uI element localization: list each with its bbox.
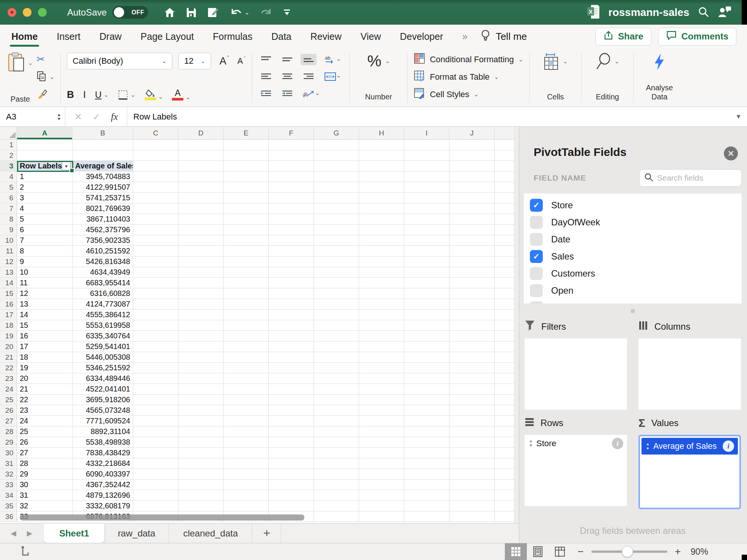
cell-D28[interactable] — [178, 426, 224, 437]
menu-tab[interactable]: Developer — [399, 25, 444, 48]
cell-E18[interactable] — [224, 320, 269, 331]
cell-C1[interactable] — [133, 140, 178, 150]
cell-B35[interactable]: 3332,608179 — [72, 501, 133, 511]
prev-sheet-icon[interactable]: ◀ — [11, 529, 16, 538]
row-header[interactable]: 22 — [0, 363, 17, 373]
cell-A16[interactable]: 13 — [17, 299, 72, 310]
cells-group-button[interactable]: ⌄ Cells — [536, 52, 575, 104]
cell-J22[interactable] — [449, 363, 495, 373]
name-box[interactable]: A3 ▲ ▼ — [0, 107, 65, 126]
cell-I29[interactable] — [404, 437, 449, 448]
cell-H32[interactable] — [359, 469, 404, 480]
cell-H23[interactable] — [359, 373, 404, 384]
cell-F5[interactable] — [269, 182, 314, 193]
cell-F35[interactable] — [269, 501, 314, 511]
field-checkbox[interactable] — [530, 233, 543, 246]
cell-H19[interactable] — [359, 331, 404, 341]
cell-J7[interactable] — [449, 203, 495, 214]
close-window-button[interactable] — [8, 8, 16, 17]
cell-C15[interactable] — [133, 288, 178, 299]
cell-G35[interactable] — [314, 501, 359, 511]
cell-A5[interactable]: 2 — [17, 182, 72, 193]
cell-J36[interactable] — [449, 511, 495, 522]
cell-D20[interactable] — [178, 341, 224, 352]
column-header[interactable]: C — [133, 127, 178, 139]
cell-E5[interactable] — [224, 182, 269, 193]
row-header[interactable]: 19 — [0, 331, 17, 341]
cell-H20[interactable] — [359, 341, 404, 352]
cell-G28[interactable] — [314, 426, 359, 437]
cell-F30[interactable] — [269, 448, 314, 458]
cell-I3[interactable] — [404, 161, 449, 171]
cell-G12[interactable] — [314, 256, 359, 267]
cell-D24[interactable] — [178, 384, 224, 395]
undo-dropdown-icon[interactable]: ⌄ — [244, 9, 249, 16]
cell-H24[interactable] — [359, 384, 404, 395]
row-header[interactable]: 28 — [0, 426, 17, 437]
cell-A31[interactable]: 28 — [17, 458, 72, 469]
cell-H12[interactable] — [359, 256, 404, 267]
row-header[interactable]: 7 — [0, 203, 17, 214]
zoom-out-button[interactable]: − — [578, 546, 584, 558]
tab-overflow-icon[interactable]: » — [462, 31, 467, 42]
cell-J33[interactable] — [449, 480, 495, 490]
cell-C24[interactable] — [133, 384, 178, 395]
cell-J15[interactable] — [449, 288, 495, 299]
cell-D8[interactable] — [178, 214, 224, 225]
field-checkbox[interactable]: ✓ — [530, 199, 543, 212]
cell-H22[interactable] — [359, 363, 404, 373]
cell-B28[interactable]: 8892,31104 — [72, 426, 133, 437]
paste-dropdown-icon[interactable]: ⌄ — [28, 60, 33, 66]
cell-H26[interactable] — [359, 405, 404, 416]
cell-J20[interactable] — [449, 341, 495, 352]
cell-F17[interactable] — [269, 310, 314, 320]
cell-E12[interactable] — [224, 256, 269, 267]
cell-I17[interactable] — [404, 310, 449, 320]
cell-I19[interactable] — [404, 331, 449, 341]
cell-B21[interactable]: 5446,005308 — [72, 352, 133, 363]
cell-C23[interactable] — [133, 373, 178, 384]
cell-C32[interactable] — [133, 469, 178, 480]
cell-I10[interactable] — [404, 235, 449, 246]
cell-E15[interactable] — [224, 288, 269, 299]
cell-G33[interactable] — [314, 480, 359, 490]
cell-I23[interactable] — [404, 373, 449, 384]
cell-E31[interactable] — [224, 458, 269, 469]
cell-C16[interactable] — [133, 299, 178, 310]
cell-E13[interactable] — [224, 267, 269, 278]
cell-E28[interactable] — [224, 426, 269, 437]
cell-E14[interactable] — [224, 278, 269, 288]
cell-B13[interactable]: 4634,43949 — [72, 267, 133, 278]
cell-C5[interactable] — [133, 182, 178, 193]
cell-D4[interactable] — [178, 171, 224, 182]
cell-J8[interactable] — [449, 214, 495, 225]
cell-A3[interactable]: Row Labels▾ — [17, 161, 72, 171]
cell-C22[interactable] — [133, 363, 178, 373]
cell-D27[interactable] — [178, 416, 224, 426]
cell-B18[interactable]: 5553,619958 — [72, 320, 133, 331]
cell-D26[interactable] — [178, 405, 224, 416]
cell-E9[interactable] — [224, 225, 269, 235]
cell-H15[interactable] — [359, 288, 404, 299]
cell-I31[interactable] — [404, 458, 449, 469]
field-item[interactable]: Open — [530, 282, 742, 299]
cell-B6[interactable]: 5741,253715 — [72, 193, 133, 203]
row-header[interactable]: 16 — [0, 299, 17, 310]
cell-A28[interactable]: 25 — [17, 426, 72, 437]
cell-F29[interactable] — [269, 437, 314, 448]
cell-E2[interactable] — [224, 150, 269, 161]
columns-drop-area[interactable] — [638, 338, 741, 410]
cell-E26[interactable] — [224, 405, 269, 416]
cell-J25[interactable] — [449, 395, 495, 405]
cell-I15[interactable] — [404, 288, 449, 299]
cell-J6[interactable] — [449, 193, 495, 203]
cell-C4[interactable] — [133, 171, 178, 182]
cell-G3[interactable] — [314, 161, 359, 171]
cell-H31[interactable] — [359, 458, 404, 469]
cell-C27[interactable] — [133, 416, 178, 426]
cell-D14[interactable] — [178, 278, 224, 288]
cell-C28[interactable] — [133, 426, 178, 437]
cell-D29[interactable] — [178, 437, 224, 448]
cell-G8[interactable] — [314, 214, 359, 225]
cell-C2[interactable] — [133, 150, 178, 161]
